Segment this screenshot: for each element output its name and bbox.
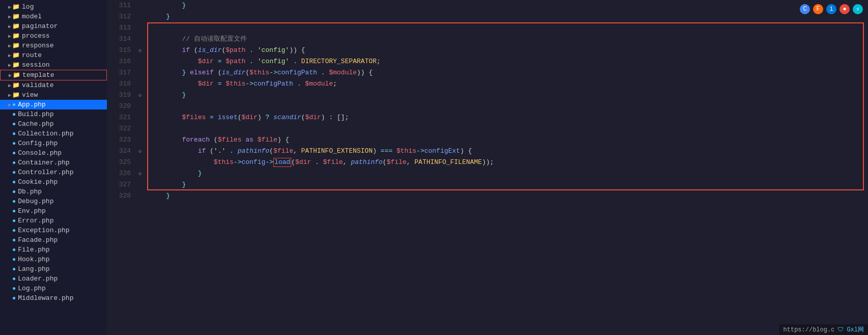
file-icon: ●: [12, 266, 16, 273]
sidebar-item-route[interactable]: ▶ 📁 route: [0, 50, 107, 60]
file-icon: ●: [12, 295, 16, 302]
code-line-323: foreach ($files as $file) {: [150, 134, 868, 146]
sidebar-item-label: Container.php: [18, 159, 69, 166]
file-icon: ●: [12, 256, 16, 263]
code-editor-content[interactable]: } } // 自动读取配置文件 if (is_dir($path . 'conf…: [145, 0, 868, 335]
sidebar-item-facade-php[interactable]: ▶ ● Facade.php: [0, 235, 107, 245]
sidebar-item-lang-php[interactable]: ▶ ● Lang.php: [0, 264, 107, 274]
bottom-url: https://blog.c: [783, 326, 835, 333]
sidebar-item-collection-php[interactable]: ▶ ● Collection.php: [0, 129, 107, 138]
file-icon: ●: [12, 285, 16, 292]
line-numbers: 311 312 313 314 315 316 317 318 319 320 …: [107, 0, 135, 335]
arrow-icon: ▶: [8, 92, 11, 98]
sidebar-item-label: File.php: [18, 246, 49, 254]
sidebar-item-label: Lang.php: [18, 265, 49, 273]
sidebar-item-exception-php[interactable]: ▶ ● Exception.php: [0, 226, 107, 235]
code-line-314: // 自动读取配置文件: [150, 34, 868, 45]
sidebar-item-label: Cookie.php: [18, 178, 58, 186]
arrow-icon: ▶: [8, 33, 11, 39]
file-icon: ●: [12, 101, 16, 108]
sidebar-item-middleware-php[interactable]: ▶ ● Middleware.php: [0, 293, 107, 303]
site-label: Gxl网: [847, 325, 864, 334]
arrow-icon: ▶: [8, 23, 11, 30]
file-icon: ●: [12, 121, 16, 128]
arrow-icon: ▶: [8, 62, 11, 68]
sidebar-item-label: session: [22, 61, 50, 69]
arrow-icon: ▶: [8, 4, 11, 10]
sidebar-item-label: Log.php: [18, 285, 46, 292]
code-line-320: [150, 101, 868, 112]
sidebar-item-template[interactable]: ▶ 📁 template: [0, 70, 107, 80]
teal-icon[interactable]: ⚡: [853, 4, 863, 14]
file-icon: ●: [12, 150, 16, 157]
blue-icon[interactable]: i: [826, 4, 836, 14]
code-line-324: if ('.' . pathinfo($file, PATHINFO_EXTEN…: [150, 146, 868, 157]
sidebar-item-label: route: [22, 51, 42, 59]
file-icon: ●: [12, 217, 16, 225]
sidebar-item-hook-php[interactable]: ▶ ● Hook.php: [0, 255, 107, 264]
sidebar-item-label: Cache.php: [18, 120, 53, 128]
sidebar-item-label: validate: [22, 81, 53, 89]
arrow-icon: ▶: [8, 43, 11, 49]
sidebar-item-label: Config.php: [18, 139, 58, 147]
sidebar-item-app-php[interactable]: ▶ ● App.php: [0, 100, 107, 109]
file-icon: ●: [12, 159, 16, 166]
sidebar-item-label: Error.php: [18, 217, 53, 225]
sidebar-item-error-php[interactable]: ▶ ● Error.php: [0, 216, 107, 226]
sidebar-item-log-php[interactable]: ▶ ● Log.php: [0, 284, 107, 293]
sidebar-item-debug-php[interactable]: ▶ ● Debug.php: [0, 197, 107, 206]
file-icon: ●: [12, 237, 16, 244]
sidebar-item-console-php[interactable]: ▶ ● Console.php: [0, 148, 107, 158]
sidebar-item-paginator[interactable]: ▶ 📁 paginator: [0, 21, 107, 31]
red-circle-icon[interactable]: ●: [839, 4, 850, 14]
firefox-icon[interactable]: F: [813, 4, 823, 14]
sidebar-item-config-php[interactable]: ▶ ● Config.php: [0, 138, 107, 148]
code-line-311: }: [150, 0, 868, 11]
sidebar-item-label: view: [22, 91, 38, 99]
sidebar-item-label: response: [22, 42, 53, 49]
file-icon: ●: [12, 140, 16, 147]
sidebar-item-process[interactable]: ▶ 📁 process: [0, 31, 107, 41]
code-line-316: $dir = $path . 'config' . DIRECTORY_SEPA…: [150, 56, 868, 67]
sidebar-item-log[interactable]: ▶ 📁 log: [0, 2, 107, 12]
file-icon: ●: [12, 179, 16, 186]
sidebar-item-label: model: [22, 13, 42, 20]
sidebar-item-loader-php[interactable]: ▶ ● Loader.php: [0, 274, 107, 284]
sidebar-item-env-php[interactable]: ▶ ● Env.php: [0, 206, 107, 216]
sidebar-item-label: Loader.php: [18, 275, 58, 283]
sidebar-item-session[interactable]: ▶ 📁 session: [0, 60, 107, 70]
sidebar-item-controller-php[interactable]: ▶ ● Controller.php: [0, 168, 107, 177]
sidebar-item-view[interactable]: ▶ 📁 view: [0, 90, 107, 100]
top-right-toolbar: C F i ● ⚡: [800, 4, 863, 14]
chrome-icon[interactable]: C: [800, 4, 810, 14]
file-tree[interactable]: ▶ 📁 log ▶ 📁 model ▶ 📁 paginator ▶ 📁 proc…: [0, 0, 107, 335]
sidebar-item-db-php[interactable]: ▶ ● Db.php: [0, 187, 107, 197]
sidebar-item-model[interactable]: ▶ 📁 model: [0, 12, 107, 21]
sidebar-item-file-php[interactable]: ▶ ● File.php: [0, 245, 107, 255]
sidebar-item-label: paginator: [22, 22, 58, 30]
folder-icon: 📁: [12, 13, 20, 20]
sidebar-item-label: process: [22, 32, 50, 40]
sidebar-item-label: Console.php: [18, 149, 62, 157]
sidebar-item-label: template: [22, 71, 54, 79]
sidebar-item-label: Controller.php: [18, 169, 73, 176]
sidebar-item-label: Middleware.php: [18, 294, 73, 302]
sidebar-item-response[interactable]: ▶ 📁 response: [0, 41, 107, 50]
file-icon: ●: [12, 208, 16, 215]
file-icon: ●: [12, 227, 16, 234]
folder-icon: 📁: [12, 81, 20, 89]
code-line-327: }: [150, 179, 868, 190]
sidebar-item-container-php[interactable]: ▶ ● Container.php: [0, 158, 107, 168]
folder-icon: 📁: [12, 42, 20, 49]
editor-gutter: ◇ ◇ ◇ ◇: [135, 0, 145, 335]
folder-icon: 📁: [12, 61, 20, 69]
sidebar-item-label: Facade.php: [18, 236, 58, 244]
sidebar-item-cookie-php[interactable]: ▶ ● Cookie.php: [0, 177, 107, 187]
sidebar-item-build-php[interactable]: ▶ ● Build.php: [0, 109, 107, 119]
code-line-319: }: [150, 90, 868, 101]
sidebar-item-label: Hook.php: [18, 256, 49, 263]
sidebar-item-validate[interactable]: ▶ 📁 validate: [0, 80, 107, 90]
code-line-313: [150, 22, 868, 34]
folder-icon: 📁: [12, 51, 20, 59]
sidebar-item-cache-php[interactable]: ▶ ● Cache.php: [0, 119, 107, 129]
